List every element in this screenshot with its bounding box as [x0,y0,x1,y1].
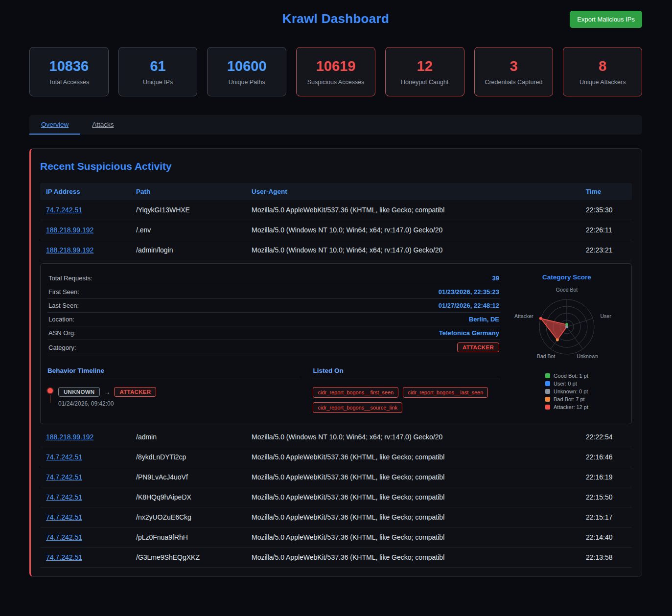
radar-axis-label: Unknown [577,353,598,359]
ip-address-link[interactable]: 188.218.99.192 [46,226,93,234]
timeline-event: UNKNOWN → ATTACKER 01/24/2026, 09:42:00 [47,387,300,407]
row-time: 22:16:19 [580,467,632,487]
detail-field-value: Telefonica Germany [439,329,499,337]
export-malicious-ips-button[interactable]: Export Malicious IPs [570,11,642,28]
detail-field-row: First Seen: 01/23/2026, 22:35:23 [47,285,500,299]
radar-axis-label: Good Bot [556,287,578,293]
table-row[interactable]: 188.218.99.192 /.env Mozilla/5.0 (Window… [40,220,632,240]
ip-address-link[interactable]: 74.7.242.51 [46,453,82,461]
row-path: /K8HQq9hAipeDX [130,487,246,507]
stat-card: 8 Unique Attackers [563,47,642,96]
timeline-line [50,395,51,403]
ip-address-link[interactable]: 74.7.242.51 [46,553,82,561]
detail-field-row: Total Requests: 39 [47,272,500,285]
row-time: 22:16:46 [580,447,632,467]
detail-field-row: Last Seen: 01/27/2026, 22:48:12 [47,299,500,313]
detail-field-label: First Seen: [48,288,79,296]
legend-label: Unknown: 0 pt [554,388,588,394]
category-row: Category: ATTACKER [47,340,500,356]
page-title: Krawl Dashboard [282,11,389,26]
row-path: /.env [130,220,246,240]
stat-value: 61 [150,58,165,74]
detail-field-value: Berlin, DE [469,316,499,323]
stat-label: Unique Paths [229,79,265,86]
radar-axis-label: User [600,313,611,319]
stat-card: 12 Honeypot Caught [385,47,464,96]
radar-title: Category Score [542,274,591,281]
row-time: 22:14:40 [580,527,632,547]
listed-on-badge[interactable]: cidr_report_bogons__source_link [313,402,402,413]
row-time: 22:13:58 [580,548,632,567]
legend-item: Attacker: 12 pt [545,404,588,410]
row-user-agent: Mozilla/5.0 AppleWebKit/537.36 (KHTML, l… [246,467,580,487]
stat-card: 61 Unique IPs [118,47,198,96]
table-row[interactable]: 74.7.242.51 /PN9LvAcJ4uoVf Mozilla/5.0 A… [40,467,632,487]
stat-card: 10600 Unique Paths [207,47,286,96]
legend-item: Bad Bot: 7 pt [545,396,588,402]
listed-on-title: Listed On [313,367,500,379]
behavior-timeline-title: Behavior Timeline [47,367,300,379]
legend-swatch-icon [545,405,550,410]
stats-row: 10836 Total Accesses 61 Unique IPs 10600… [29,47,642,96]
panel-title: Recent Suspicious Activity [40,160,632,172]
stat-card: 3 Credentials Captured [474,47,554,96]
tab-overview[interactable]: Overview [29,115,80,135]
ip-address-link[interactable]: 74.7.242.51 [46,206,82,214]
listed-on-badges: cidr_report_bogons__first_seencidr_repor… [313,387,500,413]
behavior-timeline-section: Behavior Timeline UNKNOWN → [47,367,300,413]
ip-address-link[interactable]: 74.7.242.51 [46,533,82,541]
ip-address-link[interactable]: 188.218.99.192 [46,246,93,254]
table-header-row: IP Address Path User-Agent Time [40,183,632,200]
stat-value: 12 [417,58,433,74]
ip-address-link[interactable]: 188.218.99.192 [46,433,93,441]
ip-detail-panel: Total Requests: 39 First Seen: 01/23/202… [40,263,632,424]
row-user-agent: Mozilla/5.0 AppleWebKit/537.36 (KHTML, l… [246,200,580,220]
row-user-agent: Mozilla/5.0 AppleWebKit/537.36 (KHTML, l… [246,447,580,467]
row-user-agent: Mozilla/5.0 AppleWebKit/537.36 (KHTML, l… [246,487,580,507]
radar-legend: Good Bot: 1 ptUser: 0 ptUnknown: 0 ptBad… [545,373,588,412]
listed-on-badge[interactable]: cidr_report_bogons__last_seen [403,387,488,398]
row-path: /YiqykGI13WHXE [130,200,246,220]
legend-item: Good Bot: 1 pt [545,373,588,379]
legend-label: Bad Bot: 7 pt [554,396,585,402]
row-path: /8ykdLnDYTi2cp [130,447,246,467]
row-user-agent: Mozilla/5.0 (Windows NT 10.0; Win64; x64… [246,427,580,447]
detail-field-value: 01/23/2026, 22:35:23 [439,288,499,296]
table-row[interactable]: 74.7.242.51 /nx2yUOZuE6Ckg Mozilla/5.0 A… [40,507,632,527]
ip-address-link[interactable]: 74.7.242.51 [46,473,82,481]
table-row[interactable]: 188.218.99.192 /admin/login Mozilla/5.0 … [40,240,632,260]
column-header-user-agent: User-Agent [246,183,580,200]
timeline-timestamp: 01/24/2026, 09:42:00 [58,400,156,407]
table-row[interactable]: 74.7.242.51 /G3Lme9ShEQgXKZ Mozilla/5.0 … [40,548,632,568]
legend-item: User: 0 pt [545,381,588,387]
table-row[interactable]: 74.7.242.51 /8ykdLnDYTi2cp Mozilla/5.0 A… [40,447,632,467]
radar-chart-svg: Good BotUserUnknownBad BotAttacker [510,283,623,367]
row-time: 22:23:21 [580,240,632,260]
listed-on-badge[interactable]: cidr_report_bogons__first_seen [313,387,398,398]
table-row[interactable]: 188.218.99.192 /admin Mozilla/5.0 (Windo… [40,427,632,447]
row-time: 22:22:54 [580,427,632,447]
stat-label: Unique IPs [143,79,173,86]
category-label: Category: [48,344,76,351]
legend-item: Unknown: 0 pt [545,388,588,394]
stat-card: 10836 Total Accesses [29,47,109,96]
detail-field-value: 01/27/2026, 22:48:12 [439,302,499,309]
radar-axis-label: Attacker [514,313,533,319]
detail-field-row: Location: Berlin, DE [47,313,500,326]
legend-swatch-icon [545,381,550,386]
page: Krawl Dashboard Export Malicious IPs 108… [0,0,672,587]
detail-field-label: ASN Org: [48,329,76,337]
table-row[interactable]: 74.7.242.51 /K8HQq9hAipeDX Mozilla/5.0 A… [40,487,632,507]
category-badge: ATTACKER [457,342,499,352]
tab-attacks[interactable]: Attacks [80,115,125,135]
row-user-agent: Mozilla/5.0 AppleWebKit/537.36 (KHTML, l… [246,548,580,567]
stat-label: Suspicious Accesses [307,79,365,86]
row-path: /nx2yUOZuE6Ckg [130,507,246,527]
detail-field-label: Location: [48,316,74,323]
top-bar: Krawl Dashboard Export Malicious IPs [29,0,642,37]
table-row[interactable]: 74.7.242.51 /pLz0Fnua9fRhH Mozilla/5.0 A… [40,527,632,548]
table-row[interactable]: 74.7.242.51 /YiqykGI13WHXE Mozilla/5.0 A… [40,200,632,220]
stat-value: 8 [599,58,606,74]
ip-address-link[interactable]: 74.7.242.51 [46,513,82,521]
ip-address-link[interactable]: 74.7.242.51 [46,493,82,501]
